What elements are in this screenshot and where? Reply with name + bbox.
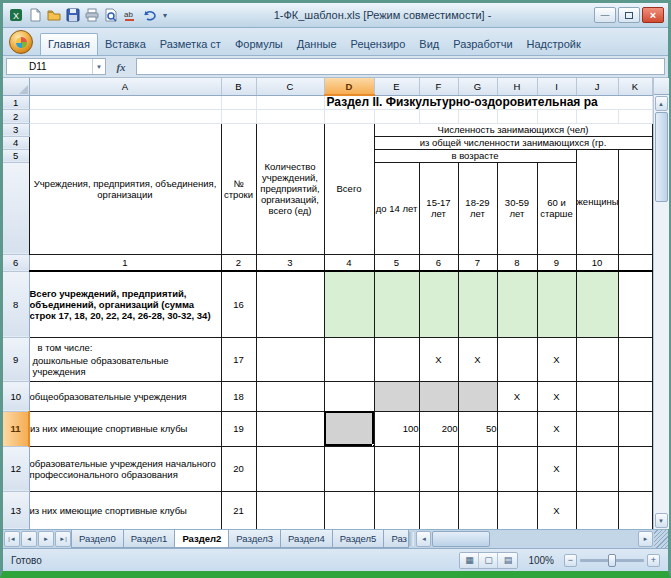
cell-D1[interactable]: Раздел II. Физкультурно-оздоровительная … (324, 95, 652, 109)
cell-K9[interactable] (618, 337, 652, 381)
header-age-60plus[interactable]: 60 и старше (537, 162, 576, 254)
header-line-no[interactable]: № строки (221, 123, 256, 254)
cell-H10[interactable]: X (497, 381, 537, 411)
restore-button[interactable] (618, 7, 640, 23)
cell-A13[interactable]: из них имеющие спортивные клубы (29, 491, 221, 529)
cell-G2[interactable] (458, 109, 497, 123)
header-group-top[interactable]: Численность занимающихся (чел) (374, 123, 652, 136)
cell-H9[interactable] (497, 337, 537, 381)
cell-A2[interactable] (29, 109, 221, 123)
tab-next-button[interactable]: ► (38, 531, 54, 547)
cell-E9[interactable] (374, 337, 419, 381)
column-header-F[interactable]: F (419, 78, 458, 95)
ribbon-tab-addins[interactable]: Надстройк (520, 34, 588, 55)
name-box[interactable]: D11 ▼ (6, 58, 106, 75)
cell-B1[interactable] (221, 95, 256, 109)
new-document-icon[interactable] (26, 7, 43, 24)
row-header-11-selected[interactable]: 11 (3, 411, 29, 446)
column-header-D-selected[interactable]: D (324, 78, 374, 95)
page-break-view-button[interactable]: ▤ (498, 553, 517, 568)
column-header-K[interactable]: K (618, 78, 652, 95)
cell-F8[interactable] (419, 271, 458, 337)
cell-A1[interactable] (29, 95, 221, 109)
cell-D9[interactable] (324, 337, 374, 381)
sheet-tab-razdel2-active[interactable]: Раздел2 (174, 530, 229, 548)
cell-G10[interactable] (458, 381, 497, 411)
cell-E8[interactable] (374, 271, 419, 337)
qat-dropdown-icon[interactable]: ▾ (159, 7, 171, 24)
header-age-30-59[interactable]: 30-59 лет (497, 162, 537, 254)
row-header-3[interactable]: 3 (3, 123, 29, 136)
header-total[interactable]: Всего (324, 123, 374, 254)
fill-handle[interactable] (372, 444, 375, 447)
sheet-tab-razdel3[interactable]: Раздел3 (228, 530, 281, 548)
colnum-K[interactable] (618, 254, 652, 271)
cell-D10[interactable] (324, 381, 374, 411)
scroll-left-button[interactable]: ◄ (416, 531, 431, 547)
cell-C8[interactable] (256, 271, 324, 337)
column-header-E[interactable]: E (374, 78, 419, 95)
cell-E10[interactable] (374, 381, 419, 411)
header-group-mid[interactable]: из общей численности занимающихся (гр. (374, 136, 652, 149)
header-age-18-29[interactable]: 18-29 лет (458, 162, 497, 254)
column-header-G[interactable]: G (458, 78, 497, 95)
cell-F10[interactable] (419, 381, 458, 411)
cell-J10[interactable] (576, 381, 618, 411)
cell-C9[interactable] (256, 337, 324, 381)
spelling-icon[interactable]: ab (121, 7, 138, 24)
scroll-up-button[interactable]: ▲ (655, 96, 668, 111)
ribbon-tab-view[interactable]: Вид (412, 34, 446, 55)
cell-D2[interactable] (324, 109, 374, 123)
cell-E11[interactable]: 100 (374, 411, 419, 446)
name-box-dropdown-icon[interactable]: ▼ (92, 59, 105, 74)
print-icon[interactable] (83, 7, 100, 24)
resize-grip[interactable] (654, 530, 668, 548)
cell-J8[interactable] (576, 271, 618, 337)
horizontal-scrollbar-thumb[interactable] (432, 531, 490, 547)
cell-D8[interactable] (324, 271, 374, 337)
cell-I9[interactable]: X (537, 337, 576, 381)
ribbon-tab-developer[interactable]: Разработчи (446, 34, 519, 55)
column-header-C[interactable]: C (256, 78, 324, 95)
colnum-5[interactable]: 5 (374, 254, 419, 271)
cell-J2[interactable] (576, 109, 618, 123)
cell-B9[interactable]: 17 (221, 337, 256, 381)
cell-B13[interactable]: 21 (221, 491, 256, 529)
cell-A11[interactable]: из них имеющие спортивные клубы (29, 411, 221, 446)
cell-C11[interactable] (256, 411, 324, 446)
cell-I11[interactable]: X (537, 411, 576, 446)
colnum-3[interactable]: 3 (256, 254, 324, 271)
cell-H8[interactable] (497, 271, 537, 337)
colnum-1[interactable]: 1 (29, 254, 221, 271)
print-preview-icon[interactable] (102, 7, 119, 24)
tab-first-button[interactable]: |◄ (4, 531, 20, 547)
zoom-out-button[interactable]: − (564, 554, 577, 567)
cell-K8[interactable] (618, 271, 652, 337)
cell-I13[interactable]: X (537, 491, 576, 529)
ribbon-tab-page-layout[interactable]: Разметка ст (153, 34, 228, 55)
cell-C2[interactable] (256, 109, 324, 123)
column-header-A[interactable]: A (29, 78, 221, 95)
scroll-down-button[interactable]: ▼ (655, 513, 668, 528)
cell-I10[interactable]: X (537, 381, 576, 411)
cell-G8[interactable] (458, 271, 497, 337)
vertical-scrollbar-track[interactable] (654, 202, 669, 512)
cell-G13[interactable] (458, 491, 497, 529)
column-header-I[interactable]: I (537, 78, 576, 95)
cell-A9[interactable]: в том числе: дошкольные образовательные … (29, 337, 221, 381)
cell-C13[interactable] (256, 491, 324, 529)
cell-K10[interactable] (618, 381, 652, 411)
minimize-button[interactable]: — (594, 7, 616, 23)
cell-C10[interactable] (256, 381, 324, 411)
open-icon[interactable] (45, 7, 62, 24)
cell-F11[interactable]: 200 (419, 411, 458, 446)
cell-I2[interactable] (537, 109, 576, 123)
column-header-B[interactable]: B (221, 78, 256, 95)
row-header-4[interactable]: 4 (3, 136, 29, 149)
cell-H11[interactable] (497, 411, 537, 446)
save-icon[interactable] (64, 7, 81, 24)
cell-D13[interactable] (324, 491, 374, 529)
cell-B10[interactable]: 18 (221, 381, 256, 411)
zoom-level[interactable]: 100% (524, 555, 558, 566)
cell-A8[interactable]: Всего учреждений, предприятий, объединен… (29, 271, 221, 337)
